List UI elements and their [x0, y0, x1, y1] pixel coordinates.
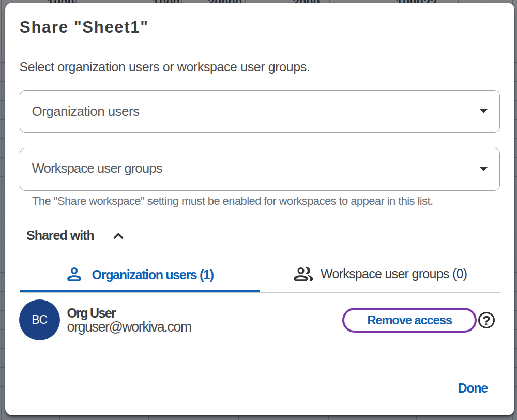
svg-text:?: ? — [482, 312, 491, 328]
